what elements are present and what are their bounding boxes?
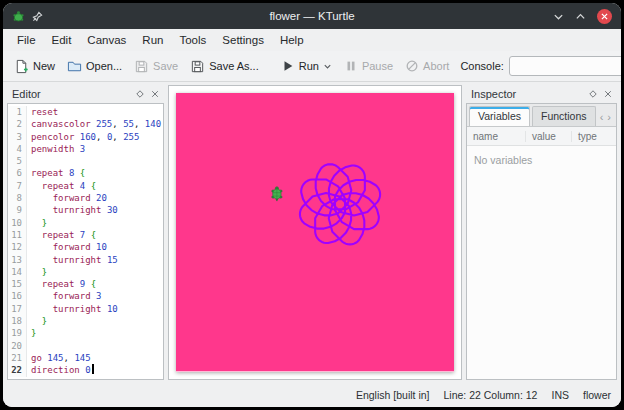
code-text: repeat 8 { bbox=[27, 167, 85, 179]
code-editor[interactable]: 1reset2canvascolor 255, 55, 1403pencolor… bbox=[7, 103, 164, 380]
pause-icon bbox=[344, 59, 358, 73]
code-line[interactable]: 20 bbox=[8, 340, 163, 352]
inspector-dock: Inspector Variables Functions ‹› name va… bbox=[466, 85, 617, 380]
code-text bbox=[27, 340, 31, 352]
save-as-button[interactable]: Save As... bbox=[185, 57, 264, 76]
inspector-float-icon[interactable] bbox=[585, 90, 600, 98]
menu-tools[interactable]: Tools bbox=[171, 32, 214, 48]
abort-button[interactable]: Abort bbox=[400, 57, 454, 75]
main-content: Editor 1reset2canvascolor 255, 55, 1403p… bbox=[3, 82, 621, 383]
window-title: flower — KTurtle bbox=[269, 10, 354, 22]
save-as-icon bbox=[190, 59, 205, 74]
maximize-button[interactable] bbox=[575, 11, 586, 22]
run-play-icon bbox=[281, 59, 295, 73]
minimize-button[interactable] bbox=[553, 11, 564, 22]
line-number: 6 bbox=[8, 167, 27, 179]
line-number: 7 bbox=[8, 180, 27, 192]
code-text: turnright 30 bbox=[27, 204, 118, 216]
code-line[interactable]: 19} bbox=[8, 327, 163, 339]
new-button-label: New bbox=[33, 60, 55, 72]
menu-settings[interactable]: Settings bbox=[214, 32, 272, 48]
line-number: 8 bbox=[8, 192, 27, 204]
code-text: direction 0 bbox=[27, 364, 94, 376]
tab-variables[interactable]: Variables bbox=[469, 106, 530, 126]
text-cursor bbox=[92, 364, 94, 374]
app-icon-turtle bbox=[12, 10, 25, 23]
code-line[interactable]: 18 } bbox=[8, 315, 163, 327]
tab-functions[interactable]: Functions bbox=[532, 106, 596, 126]
editor-dock: Editor 1reset2canvascolor 255, 55, 1403p… bbox=[7, 85, 164, 380]
inspector-close-icon[interactable] bbox=[600, 90, 615, 98]
line-number: 3 bbox=[8, 131, 27, 143]
menu-file[interactable]: File bbox=[9, 32, 44, 48]
code-line[interactable]: 17 turnright 10 bbox=[8, 303, 163, 315]
code-line[interactable]: 11 repeat 7 { bbox=[8, 229, 163, 241]
variables-table-body: No variables bbox=[467, 146, 616, 379]
code-line[interactable]: 14 } bbox=[8, 266, 163, 278]
code-line[interactable]: 12 forward 10 bbox=[8, 241, 163, 253]
line-number: 10 bbox=[8, 217, 27, 229]
open-folder-icon bbox=[67, 59, 82, 74]
line-number: 13 bbox=[8, 254, 27, 266]
status-cursor-position: Line: 22 Column: 12 bbox=[443, 389, 537, 401]
menu-edit[interactable]: Edit bbox=[44, 32, 80, 48]
canvas-view[interactable] bbox=[168, 85, 462, 380]
titlebar[interactable]: flower — KTurtle bbox=[3, 3, 621, 29]
run-button[interactable]: Run bbox=[276, 57, 337, 75]
code-text: forward 10 bbox=[27, 241, 107, 253]
code-text: } bbox=[27, 327, 36, 339]
new-button[interactable]: New bbox=[9, 57, 60, 76]
code-line[interactable]: 22direction 0 bbox=[8, 364, 163, 376]
menu-canvas[interactable]: Canvas bbox=[79, 32, 134, 48]
line-number: 2 bbox=[8, 118, 27, 130]
inspector-dock-header[interactable]: Inspector bbox=[466, 85, 617, 103]
code-line[interactable]: 9 turnright 30 bbox=[8, 204, 163, 216]
code-line[interactable]: 21go 145, 145 bbox=[8, 352, 163, 364]
code-text: turnright 15 bbox=[27, 254, 118, 266]
variables-table-header: name value type bbox=[467, 127, 616, 146]
code-line[interactable]: 2canvascolor 255, 55, 140 bbox=[8, 118, 163, 130]
code-line[interactable]: 16 forward 3 bbox=[8, 290, 163, 302]
save-button[interactable]: Save bbox=[129, 57, 183, 76]
code-line[interactable]: 3pencolor 160, 0, 255 bbox=[8, 131, 163, 143]
code-line[interactable]: 6repeat 8 { bbox=[8, 167, 163, 179]
code-line[interactable]: 13 turnright 15 bbox=[8, 254, 163, 266]
save-as-button-label: Save As... bbox=[209, 60, 259, 72]
console-label: Console: bbox=[460, 60, 503, 72]
editor-dock-header[interactable]: Editor bbox=[7, 85, 164, 103]
code-line[interactable]: 5 bbox=[8, 155, 163, 167]
code-line[interactable]: 10 } bbox=[8, 217, 163, 229]
code-line[interactable]: 4penwidth 3 bbox=[8, 143, 163, 155]
tab-scroll-right-icon[interactable]: › bbox=[607, 112, 611, 122]
open-button-label: Open... bbox=[86, 60, 122, 72]
statusbar: English [built in] Line: 22 Column: 12 I… bbox=[3, 383, 621, 407]
code-line[interactable]: 8 forward 20 bbox=[8, 192, 163, 204]
code-text: repeat 9 { bbox=[27, 278, 96, 290]
code-text bbox=[27, 155, 31, 167]
editor-float-icon[interactable] bbox=[132, 90, 147, 98]
code-text: } bbox=[27, 217, 47, 229]
pause-button-label: Pause bbox=[362, 60, 393, 72]
close-button[interactable] bbox=[597, 9, 612, 24]
line-number: 4 bbox=[8, 143, 27, 155]
column-header-type: type bbox=[571, 131, 616, 142]
code-lines: 1reset2canvascolor 255, 55, 1403pencolor… bbox=[8, 106, 163, 377]
titlebar-right bbox=[355, 9, 612, 24]
console-input[interactable] bbox=[509, 56, 621, 76]
code-line[interactable]: 15 repeat 9 { bbox=[8, 278, 163, 290]
code-line[interactable]: 7 repeat 4 { bbox=[8, 180, 163, 192]
abort-button-label: Abort bbox=[423, 60, 449, 72]
code-text: forward 20 bbox=[27, 192, 107, 204]
code-text: } bbox=[27, 315, 47, 327]
menu-help[interactable]: Help bbox=[272, 32, 312, 48]
pin-icon[interactable] bbox=[32, 11, 43, 22]
open-button[interactable]: Open... bbox=[62, 57, 127, 76]
code-line[interactable]: 1reset bbox=[8, 106, 163, 118]
pause-button[interactable]: Pause bbox=[339, 57, 398, 75]
menubar: File Edit Canvas Run Tools Settings Help bbox=[3, 29, 621, 51]
menu-run[interactable]: Run bbox=[134, 32, 171, 48]
editor-close-icon[interactable] bbox=[147, 90, 162, 98]
tab-scroll-left-icon[interactable]: ‹ bbox=[600, 112, 604, 122]
no-variables-text: No variables bbox=[474, 154, 532, 166]
run-dropdown-arrow-icon[interactable] bbox=[323, 62, 332, 71]
